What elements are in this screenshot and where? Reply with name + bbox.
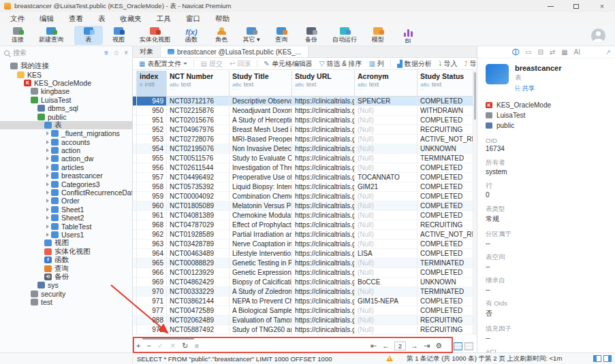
chevron-right-icon[interactable]	[45, 182, 50, 186]
cell-study-url[interactable]: https://clinicaltrials.gov/	[292, 220, 355, 229]
cell-study-status[interactable]: RECRUITING	[417, 325, 473, 334]
cell-index[interactable]: 962	[137, 230, 167, 239]
cell-index[interactable]: 988	[137, 316, 167, 325]
cell-index[interactable]: 961	[137, 211, 167, 220]
table-row[interactable]: 957NCT04496492Preoperative Use of Toccht…	[133, 173, 473, 182]
cell-study-url[interactable]: https://clinicaltrials.gov/	[292, 287, 355, 296]
table-row[interactable]: 970NCT00333229A Study of Zoledronic Acht…	[133, 287, 473, 297]
cell-acronym[interactable]: (Null)	[355, 144, 417, 153]
cell-nct-number[interactable]: NCT03862144	[167, 297, 230, 305]
cell-nct-number[interactable]: NCT02215876	[167, 106, 230, 115]
tree-item--[interactable]: 表	[0, 121, 132, 129]
toolbar-function-button[interactable]: f(x)函数	[177, 26, 206, 45]
cell-study-title[interactable]: Nerve Coaptation in DIE	[230, 239, 292, 248]
cell-study-status[interactable]: COMPLETED	[417, 239, 473, 248]
cell-index[interactable]: 956	[137, 163, 167, 172]
cell-nct-number[interactable]: NCT00333229	[167, 287, 230, 296]
cell-study-status[interactable]: COMPLETED	[417, 192, 473, 201]
cell-study-title[interactable]: Study of TNG260 and ar	[230, 325, 292, 334]
cell-nct-number[interactable]: NCT00088829	[167, 259, 230, 267]
form-view-toggle[interactable]	[464, 342, 473, 350]
cell-study-title[interactable]: Neoadjuvant Doxorubici	[230, 106, 292, 115]
toolbar-query-button[interactable]: 查询	[267, 26, 296, 45]
cell-study-url[interactable]: https://clinicaltrials.gov/	[292, 154, 355, 163]
grid-toolbar-数据分析[interactable]: ▟数据分析	[394, 59, 435, 69]
prev-page-button[interactable]: ←	[382, 342, 390, 350]
cell-study-title[interactable]: Liquid Biopsy: Intercepti	[230, 182, 292, 191]
cell-study-title[interactable]: Effect of Prophylactic Mc	[230, 220, 292, 229]
cell-study-status[interactable]: COMPLETED	[417, 306, 473, 315]
table-row[interactable]: 971NCT03862144NEPA to Prevent Chemohttps…	[133, 297, 473, 306]
cell-study-title[interactable]: A Biological Sample Coll	[230, 306, 292, 315]
cell-index[interactable]: 969	[137, 278, 167, 286]
cell-nct-number[interactable]: NCT00472589	[167, 306, 230, 315]
cell-study-status[interactable]: TERMINATED	[417, 154, 473, 163]
menu-item-7[interactable]: 帮助	[208, 12, 237, 25]
cell-index[interactable]: 952	[137, 125, 167, 134]
cell-index[interactable]: 949	[137, 97, 167, 105]
cell-study-status[interactable]: RECRUITING	[417, 220, 473, 229]
cell-acronym[interactable]: GIM15-NEPA	[355, 297, 417, 305]
chevron-right-icon[interactable]	[45, 173, 50, 178]
tree-item-action-dw[interactable]: action_dw	[0, 154, 132, 163]
cell-study-title[interactable]: Melatonin Versus Placeb	[230, 201, 292, 210]
cell-acronym[interactable]: (Null)	[355, 230, 417, 239]
menu-item-1[interactable]: 编辑	[32, 12, 61, 25]
cell-nct-number[interactable]: NCT00004092	[167, 192, 230, 201]
cell-study-title[interactable]: Genetic Testing in Predic	[230, 259, 292, 267]
cell-nct-number[interactable]: NCT01805089	[167, 201, 230, 210]
cell-study-url[interactable]: https://clinicaltrials.gov/	[292, 230, 355, 239]
cell-study-title[interactable]: Partial Irradiation and Se	[230, 230, 292, 239]
cell-acronym[interactable]: (Null)	[355, 163, 417, 172]
cell-study-url[interactable]: https://clinicaltrials.gov/	[292, 259, 355, 267]
filter-icon[interactable]: ≡	[104, 50, 108, 56]
tree-item-breastcancer[interactable]: breastcancer	[0, 171, 132, 180]
cell-acronym[interactable]: (Null)	[355, 316, 417, 325]
tree-item--[interactable]: 查询	[0, 264, 132, 272]
cell-study-title[interactable]: MRI-Based Preoperative	[230, 135, 292, 144]
cell-study-title[interactable]: Study to Evaluate Comb	[230, 154, 292, 163]
chevron-right-icon[interactable]	[45, 225, 50, 229]
expand-panel-icon[interactable]: ↗	[605, 48, 611, 56]
tree-item-security[interactable]: security	[0, 290, 132, 298]
cell-study-title[interactable]: Biopsy of Calcifications l	[230, 278, 292, 286]
cell-study-status[interactable]: RECRUITING	[417, 125, 473, 134]
tree-item-kes-oraclemode[interactable]: KKES_OracleMode	[0, 79, 132, 87]
cell-nct-number[interactable]: NCT04787029	[167, 220, 230, 229]
chevron-right-icon[interactable]	[45, 233, 50, 237]
cell-index[interactable]: 958	[137, 182, 167, 191]
tree-item-order[interactable]: Order	[0, 197, 132, 205]
grid-toolbar-表配置文件[interactable]: ▦表配置文件	[136, 59, 191, 69]
cell-index[interactable]: 971	[137, 297, 167, 305]
table-row[interactable]: 951NCT02015676A Study of Herceptin (Trht…	[133, 116, 473, 125]
cell-index[interactable]: 960	[137, 201, 167, 210]
cell-nct-number[interactable]: NCT04081389	[167, 211, 230, 220]
cell-acronym[interactable]: LISA	[355, 249, 417, 258]
menu-item-5[interactable]: 工具	[149, 12, 178, 25]
info-icon[interactable]: ⓘ	[512, 49, 519, 56]
tree-item-dbms-sql[interactable]: dbms_sql	[0, 104, 132, 112]
table-row[interactable]: 958NCT05735392Liquid Biopsy: Interceptih…	[133, 182, 473, 192]
cell-nct-number[interactable]: NCT04496492	[167, 173, 230, 182]
cell-index[interactable]: 954	[137, 144, 167, 153]
tree-item--[interactable]: 视图	[0, 239, 132, 247]
cell-study-title[interactable]: Chemokine Modulation	[230, 211, 292, 220]
menu-item-3[interactable]: 表	[91, 12, 113, 25]
usage-icon[interactable]: ⇄	[550, 49, 555, 56]
cell-study-status[interactable]: COMPLETED	[417, 268, 473, 277]
toggle-left-panel-icon[interactable]	[593, 355, 601, 362]
table-row[interactable]: 965NCT00088829Genetic Testing in Predich…	[133, 259, 473, 268]
cell-index[interactable]: 959	[137, 192, 167, 201]
cell-study-status[interactable]: COMPLETED	[417, 249, 473, 258]
maximize-button[interactable]	[563, 0, 589, 12]
cell-study-status[interactable]: ACTIVE_NOT_RECRUIT	[417, 135, 473, 144]
cell-acronym[interactable]: (Null)	[355, 211, 417, 220]
tree-item-sheet2[interactable]: Sheet2	[0, 214, 132, 222]
cell-nct-number[interactable]: NCT04967976	[167, 125, 230, 134]
table-row[interactable]: 988NCT02062489Evaluation of Tamoxifen'ht…	[133, 316, 473, 325]
cell-study-url[interactable]: https://clinicaltrials.gov/	[292, 144, 355, 153]
toolbar-others-button[interactable]: 其它 ▾	[237, 26, 266, 45]
chevron-right-icon[interactable]	[45, 140, 50, 144]
menu-item-4[interactable]: 收藏夹	[113, 12, 150, 25]
cell-study-url[interactable]: https://clinicaltrials.gov/	[292, 106, 355, 115]
